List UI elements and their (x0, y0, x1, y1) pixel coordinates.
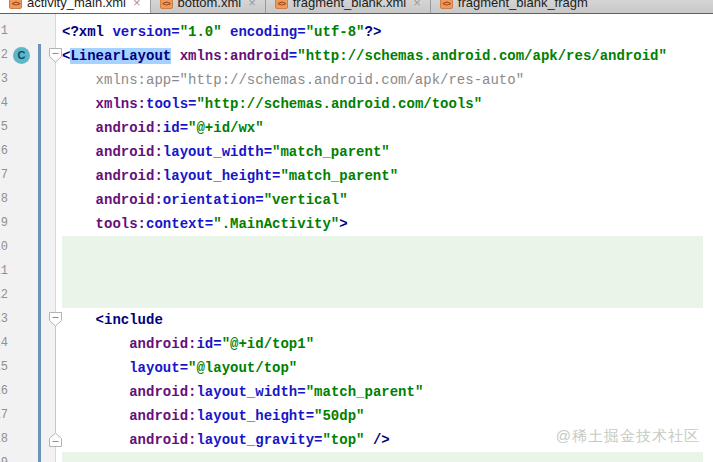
code-token (62, 216, 96, 232)
code-line[interactable]: layout="@layout/top" (62, 356, 713, 380)
code-token: > (339, 216, 347, 232)
code-token: = (264, 144, 272, 160)
code-token: android: (129, 336, 196, 352)
code-token: /> (373, 432, 390, 448)
editor-tabbar: <>activity_main.xml×<>bottom.xml×<>fragm… (0, 0, 713, 14)
code-token: xmlns:android (180, 48, 289, 64)
code-token: = (297, 24, 305, 40)
code-editor[interactable]: <?xml version="1.0" encoding="utf-8"?><L… (56, 14, 713, 462)
line-number: 16 (0, 384, 8, 398)
code-token (62, 360, 129, 376)
tab-close-icon[interactable]: × (133, 0, 141, 10)
code-token: <?xml (62, 24, 104, 40)
fold-start-icon[interactable] (49, 312, 62, 327)
code-token: context (146, 216, 205, 232)
code-token: "match_parent" (306, 384, 424, 400)
code-line[interactable]: <?xml version="1.0" encoding="utf-8"?> (62, 20, 713, 44)
context-class-gutter-icon[interactable]: C (13, 47, 30, 64)
code-line[interactable]: xmlns:app="http://schemas.android.com/ap… (62, 68, 713, 92)
gutter-row: 10 (0, 236, 55, 260)
code-token: layout_width (196, 384, 297, 400)
gutter-row: 11 (0, 260, 55, 284)
code-line[interactable]: android:layout_height="50dp" (62, 404, 713, 428)
code-line[interactable]: tools:context=".MainActivity"> (62, 212, 713, 236)
tab-fragment_blank-xml[interactable]: <>fragment_blank.xml× (266, 0, 431, 14)
code-token: "@layout/top" (188, 360, 297, 376)
xml-file-icon: <> (440, 0, 453, 9)
code-token: "vertical" (264, 192, 348, 208)
code-token: xmlns: (96, 96, 146, 112)
gutter-row: 17 (0, 404, 55, 428)
tab-bottom-xml[interactable]: <>bottom.xml× (151, 0, 266, 14)
code-line[interactable]: android:layout_height="match_parent" (62, 164, 713, 188)
code-token: xmlns:app="http://schemas.android.com/ap… (62, 72, 524, 88)
code-token (171, 48, 179, 64)
tab-label: fragment_blank.xml (293, 0, 406, 10)
code-token (222, 24, 230, 40)
code-line[interactable]: android:layout_width="match_parent" (62, 140, 713, 164)
line-number: 13 (0, 312, 8, 326)
fold-range-line (55, 327, 56, 432)
code-token: layout_width (163, 144, 264, 160)
gutter-row: 3 (0, 68, 55, 92)
code-token: = (171, 24, 179, 40)
code-token: encoding (230, 24, 297, 40)
code-token (62, 336, 129, 352)
gutter-row: 16 (0, 380, 55, 404)
code-token (62, 384, 129, 400)
line-number: 2 (0, 48, 8, 62)
line-number: 9 (0, 216, 8, 230)
code-token: android: (129, 384, 196, 400)
line-number: 15 (0, 360, 8, 374)
code-token (62, 312, 96, 328)
code-line[interactable]: android:orientation="vertical" (62, 188, 713, 212)
code-token: = (306, 408, 314, 424)
fold-end-icon[interactable] (49, 432, 62, 447)
code-token: = (180, 120, 188, 136)
tab-fragment_blank_fragm[interactable]: <>fragment_blank_fragm (431, 0, 713, 14)
code-token: android: (96, 144, 163, 160)
code-token: = (213, 336, 221, 352)
tab-close-icon[interactable]: × (248, 0, 256, 10)
code-token: layout_height (163, 168, 272, 184)
xml-file-icon: <> (9, 0, 22, 9)
code-token: "@+id/wx" (188, 120, 264, 136)
tab-activity_main-xml[interactable]: <>activity_main.xml× (0, 0, 151, 14)
code-line[interactable]: android:id="@+id/wx" (62, 116, 713, 140)
gutter-row: 13 (0, 308, 55, 332)
code-token: LinearLayout (70, 48, 171, 64)
code-token (62, 144, 96, 160)
xml-file-icon: <> (275, 0, 288, 9)
code-line[interactable]: android:id="@+id/top1" (62, 332, 713, 356)
code-line[interactable] (62, 284, 713, 308)
line-number: 11 (0, 264, 8, 278)
code-line[interactable]: <include (62, 308, 713, 332)
gutter-row: 9 (0, 212, 55, 236)
code-token (364, 432, 372, 448)
code-token: layout (129, 360, 179, 376)
code-line[interactable] (62, 260, 713, 284)
code-line[interactable]: <LinearLayout xmlns:android="http://sche… (62, 44, 713, 68)
line-number: 1 (0, 24, 8, 38)
gutter: 12C345678910111213141516171819 (0, 14, 56, 462)
line-number: 18 (0, 432, 8, 446)
code-token: = (289, 48, 297, 64)
code-token: "utf-8" (306, 24, 365, 40)
line-number: 8 (0, 192, 8, 206)
gutter-row: 15 (0, 356, 55, 380)
code-line[interactable]: xmlns:tools="http://schemas.android.com/… (62, 92, 713, 116)
code-line[interactable]: android:layout_width="match_parent" (62, 380, 713, 404)
code-line[interactable] (62, 236, 713, 260)
code-line[interactable] (62, 452, 713, 462)
code-token (62, 432, 129, 448)
tab-close-icon[interactable]: × (413, 0, 421, 10)
code-token: "http://schemas.android.com/apk/res/andr… (297, 48, 667, 64)
code-token: id (196, 336, 213, 352)
code-token: = (297, 384, 305, 400)
code-token: tools: (96, 216, 146, 232)
code-token: layout_height (196, 408, 305, 424)
fold-start-icon[interactable] (49, 48, 62, 63)
gutter-row: 4 (0, 92, 55, 116)
xml-file-icon: <> (160, 0, 173, 9)
gutter-row: 6 (0, 140, 55, 164)
